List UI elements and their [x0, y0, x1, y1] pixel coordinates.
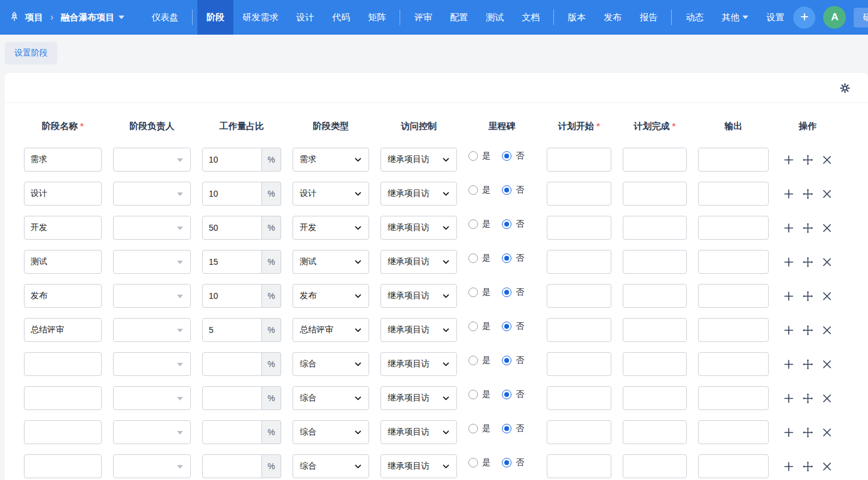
rd-integrated-view-button[interactable]: 研发综合界面	[854, 8, 868, 27]
milestone-radio-no[interactable]: 否	[502, 355, 524, 366]
nav-item-config[interactable]: 配置	[441, 0, 477, 35]
output-input[interactable]	[698, 182, 769, 206]
access-control-select[interactable]: 继承项目访	[380, 386, 457, 410]
add-row-button[interactable]	[783, 154, 794, 166]
access-control-select[interactable]: 继承项目访	[380, 216, 457, 240]
add-row-button[interactable]	[783, 325, 794, 336]
access-control-select[interactable]: 继承项目访	[380, 420, 457, 444]
workload-input[interactable]	[202, 250, 262, 274]
milestone-radio-no[interactable]: 否	[502, 457, 524, 468]
stage-owner-select[interactable]	[113, 148, 191, 172]
add-row-button[interactable]	[783, 427, 794, 438]
stage-type-select[interactable]: 综合	[293, 420, 369, 444]
move-row-button[interactable]	[802, 291, 814, 302]
output-input[interactable]	[698, 420, 769, 444]
access-control-select[interactable]: 继承项目访	[380, 454, 457, 478]
nav-item-other[interactable]: 其他	[712, 0, 757, 35]
nav-item-matrix[interactable]: 矩阵	[359, 0, 395, 35]
stage-name-input[interactable]	[24, 318, 102, 342]
delete-row-button[interactable]	[821, 427, 833, 438]
add-row-button[interactable]	[783, 461, 794, 472]
delete-row-button[interactable]	[821, 256, 833, 268]
stage-name-input[interactable]	[24, 352, 102, 376]
milestone-radio-yes[interactable]: 是	[468, 185, 491, 195]
stage-type-select[interactable]: 综合	[293, 386, 369, 410]
move-row-button[interactable]	[802, 461, 814, 472]
delete-row-button[interactable]	[821, 291, 833, 302]
milestone-radio-no[interactable]: 否	[502, 253, 524, 264]
plan-start-input[interactable]	[547, 182, 611, 206]
workload-input[interactable]	[202, 148, 262, 172]
plan-finish-input[interactable]	[623, 148, 687, 172]
delete-row-button[interactable]	[821, 393, 833, 404]
add-row-button[interactable]	[783, 291, 794, 302]
stage-owner-select[interactable]	[113, 250, 191, 274]
milestone-radio-yes[interactable]: 是	[468, 287, 491, 298]
access-control-select[interactable]: 继承项目访	[380, 284, 457, 308]
milestone-radio-yes[interactable]: 是	[468, 389, 491, 400]
plan-start-input[interactable]	[547, 420, 611, 444]
milestone-radio-yes[interactable]: 是	[468, 457, 491, 468]
quick-create-button[interactable]: +	[793, 7, 815, 29]
plan-start-input[interactable]	[547, 352, 611, 376]
add-row-button[interactable]	[783, 256, 794, 268]
stage-type-select[interactable]: 开发	[293, 216, 369, 240]
stage-name-input[interactable]	[24, 420, 102, 444]
delete-row-button[interactable]	[821, 154, 833, 166]
nav-item-code[interactable]: 代码	[323, 0, 359, 35]
milestone-radio-yes[interactable]: 是	[468, 423, 491, 434]
delete-row-button[interactable]	[821, 222, 833, 234]
plan-start-input[interactable]	[547, 318, 611, 342]
stage-owner-select[interactable]	[113, 284, 191, 308]
output-input[interactable]	[698, 148, 769, 172]
plan-start-input[interactable]	[547, 216, 611, 240]
add-row-button[interactable]	[783, 188, 794, 200]
milestone-radio-no[interactable]: 否	[502, 185, 524, 195]
output-input[interactable]	[698, 318, 769, 342]
nav-item-dashboard[interactable]: 仪表盘	[142, 0, 187, 35]
milestone-radio-no[interactable]: 否	[502, 287, 524, 298]
stage-owner-select[interactable]	[113, 454, 191, 478]
delete-row-button[interactable]	[821, 325, 833, 336]
avatar[interactable]: A	[823, 6, 846, 29]
access-control-select[interactable]: 继承项目访	[380, 148, 457, 172]
delete-row-button[interactable]	[821, 188, 833, 200]
tab-set-stage[interactable]: 设置阶段	[5, 42, 57, 65]
output-input[interactable]	[698, 352, 769, 376]
nav-item-stage[interactable]: 阶段	[197, 0, 233, 35]
nav-item-test[interactable]: 测试	[477, 0, 513, 35]
stage-name-input[interactable]	[24, 216, 102, 240]
stage-name-input[interactable]	[24, 148, 102, 172]
move-row-button[interactable]	[802, 154, 814, 166]
nav-item-design[interactable]: 设计	[287, 0, 323, 35]
workload-input[interactable]	[202, 420, 262, 444]
workload-input[interactable]	[202, 284, 262, 308]
nav-item-settings[interactable]: 设置	[757, 0, 793, 35]
stage-type-select[interactable]: 需求	[293, 148, 369, 172]
stage-type-select[interactable]: 总结评审	[293, 318, 369, 342]
milestone-radio-no[interactable]: 否	[502, 151, 524, 161]
stage-type-select[interactable]: 发布	[293, 284, 369, 308]
milestone-radio-yes[interactable]: 是	[468, 219, 491, 230]
plan-start-input[interactable]	[547, 250, 611, 274]
plan-finish-input[interactable]	[623, 250, 687, 274]
stage-type-select[interactable]: 测试	[293, 250, 369, 274]
stage-name-input[interactable]	[24, 182, 102, 206]
stage-type-select[interactable]: 综合	[293, 352, 369, 376]
plan-start-input[interactable]	[547, 284, 611, 308]
stage-owner-select[interactable]	[113, 386, 191, 410]
nav-item-dynamic[interactable]: 动态	[677, 0, 712, 35]
stage-type-select[interactable]: 设计	[293, 182, 369, 206]
move-row-button[interactable]	[802, 188, 814, 200]
stage-owner-select[interactable]	[113, 420, 191, 444]
access-control-select[interactable]: 继承项目访	[380, 318, 457, 342]
plan-finish-input[interactable]	[623, 386, 687, 410]
milestone-radio-yes[interactable]: 是	[468, 151, 491, 161]
nav-item-doc[interactable]: 文档	[513, 0, 549, 35]
stage-type-select[interactable]: 综合	[293, 454, 369, 478]
stage-owner-select[interactable]	[113, 352, 191, 376]
milestone-radio-no[interactable]: 否	[502, 321, 524, 332]
output-input[interactable]	[698, 454, 769, 478]
move-row-button[interactable]	[802, 256, 814, 268]
milestone-radio-yes[interactable]: 是	[468, 321, 491, 332]
